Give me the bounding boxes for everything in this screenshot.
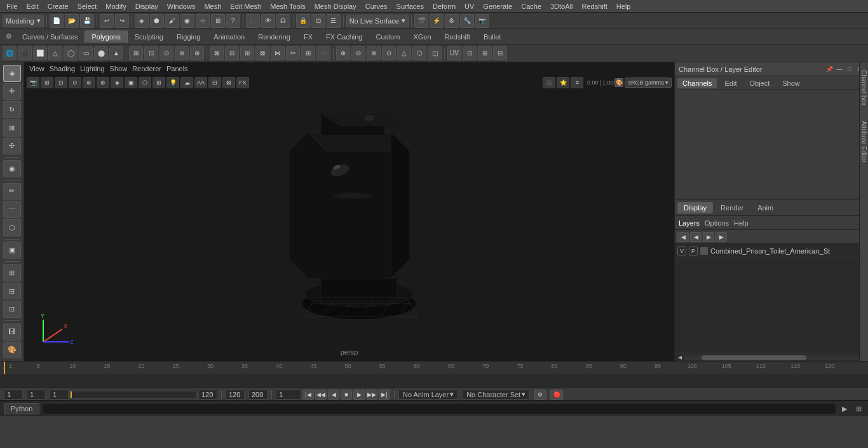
boolean-btn[interactable]: ⊗ <box>367 46 381 60</box>
snap-curve-left-btn[interactable]: ⊟ <box>3 283 21 300</box>
step-fwd-btn[interactable]: ▶▶ <box>366 390 377 400</box>
render-settings-btn[interactable]: 🔧 <box>460 14 474 28</box>
select-tool-left-btn[interactable]: ◈ <box>3 65 21 82</box>
channel-pin-btn[interactable]: 📌 <box>825 65 834 74</box>
universal-manip-btn[interactable]: ✣ <box>3 138 21 155</box>
bridge-btn[interactable]: ⊟ <box>225 46 239 60</box>
play-back-btn[interactable]: ◀ <box>328 390 339 400</box>
python-tab[interactable]: Python <box>4 403 39 414</box>
tab-settings-gear-icon[interactable]: ⚙ <box>3 31 15 43</box>
layer-row-0[interactable]: V P Combined_Prison_Toilet_American_St <box>675 244 868 258</box>
xray-btn[interactable]: ☊ <box>276 14 290 28</box>
bevel-btn[interactable]: ⊠ <box>255 46 269 60</box>
go-end-btn[interactable]: ▶| <box>379 390 390 400</box>
timeline-track[interactable] <box>0 374 868 388</box>
snap-curve-btn[interactable]: ⊞ <box>211 14 225 28</box>
help-btn[interactable]: ? <box>226 14 240 28</box>
vp-grid-btn[interactable]: ⊞ <box>41 77 53 88</box>
menu-deform[interactable]: Deform <box>429 1 459 11</box>
scroll-thumb[interactable] <box>702 355 807 360</box>
isolate-btn[interactable]: 👁 <box>261 14 275 28</box>
char-set-settings-btn[interactable]: ⚙ <box>534 390 546 400</box>
menu-mesh-display[interactable]: Mesh Display <box>311 1 360 11</box>
vp-menu-shading[interactable]: Shading <box>50 65 75 72</box>
tab-xgen[interactable]: XGen <box>407 31 437 43</box>
menu-file[interactable]: File <box>3 1 22 11</box>
vp-point-btn[interactable]: ⊙ <box>69 77 81 88</box>
split-btn[interactable]: ✂ <box>286 46 300 60</box>
ipr-render-btn[interactable]: ⚡ <box>430 14 444 28</box>
tab-polygons[interactable]: Polygons <box>85 31 127 43</box>
triangulate-btn[interactable]: △ <box>397 46 411 60</box>
char-set-selector[interactable]: No Character Set ▾ <box>462 390 530 400</box>
paint-select-btn[interactable]: 🖌 <box>165 14 179 28</box>
vp-fx-btn[interactable]: FX <box>236 77 249 88</box>
lasso-select-btn[interactable]: ⬟ <box>150 14 164 28</box>
layer-playback-toggle[interactable]: P <box>689 247 698 255</box>
quad-draw-btn[interactable]: ⬡ <box>412 46 426 60</box>
autokey-btn[interactable]: 🔴 <box>550 390 563 400</box>
vp-camera-btn[interactable]: 📷 <box>27 77 39 88</box>
ch-vert-attribute-editor[interactable]: Attribute Editor <box>859 113 868 170</box>
script-settings-icon[interactable]: ⊞ <box>853 403 864 414</box>
vp-attr-btn[interactable]: ≡ <box>571 77 583 88</box>
separate-btn[interactable]: ⊖ <box>351 46 365 60</box>
menu-3dtool[interactable]: 3DtoAll <box>546 1 576 11</box>
planar-map-btn[interactable]: ⊡ <box>463 46 477 60</box>
save-scene-btn[interactable]: 💾 <box>80 14 94 28</box>
vp-menu-panels[interactable]: Panels <box>166 65 188 72</box>
anim-layer-selector[interactable]: No Anim Layer ▾ <box>398 390 458 400</box>
sculpt-tool-btn[interactable]: ⋯ <box>3 201 21 218</box>
vp-texture-btn[interactable]: ⊞ <box>153 77 165 88</box>
menu-curves[interactable]: Curves <box>362 1 391 11</box>
undo-btn[interactable]: ↩ <box>100 14 114 28</box>
frame-input-field[interactable]: 1 <box>276 390 301 400</box>
paint-effects-btn[interactable]: ⬡ <box>3 219 21 236</box>
soft-select-btn[interactable]: ◉ <box>180 14 194 28</box>
menu-surfaces[interactable]: Surfaces <box>393 1 428 11</box>
viewport[interactable]: View Shading Lighting Show Renderer Pane… <box>24 62 674 361</box>
range-start-field[interactable]: 1 <box>50 390 69 400</box>
prism-tool-btn[interactable]: ▲ <box>109 46 123 60</box>
gamma-preset-dropdown[interactable]: sRGB gamma ▾ <box>625 78 672 88</box>
hypershade-btn[interactable]: 🎨 <box>3 342 21 359</box>
redo-btn[interactable]: ↪ <box>115 14 129 28</box>
soft-select-left-btn[interactable]: ◉ <box>3 160 21 177</box>
menu-cache[interactable]: Cache <box>517 1 545 11</box>
ch-tab-object[interactable]: Object <box>744 78 775 88</box>
vp-bookmark-btn[interactable]: ⭐ <box>557 77 569 88</box>
vp-aa-btn[interactable]: AA <box>194 77 207 88</box>
vp-selection-btn[interactable]: ⊠ <box>222 77 235 88</box>
vp-isolate-btn[interactable]: ◈ <box>111 77 123 88</box>
auto-map-btn[interactable]: ⊞ <box>478 46 492 60</box>
disp-tab-display[interactable]: Display <box>677 202 713 214</box>
channel-box-toggle-btn[interactable]: ☰ <box>327 14 341 28</box>
render-options-btn[interactable]: ⚙ <box>445 14 459 28</box>
vp-cam-sel-btn[interactable]: 🎥 <box>543 77 555 88</box>
timeline-slider[interactable] <box>70 391 197 398</box>
combine-btn[interactable]: ⊕ <box>336 46 350 60</box>
sphere-tool-btn[interactable]: 🌐 <box>3 46 17 60</box>
layer-visibility-toggle[interactable]: V <box>677 247 686 255</box>
live-surface-dropdown[interactable]: No Live Surface ▾ <box>346 15 409 27</box>
layer-fwd-btn[interactable]: ▶ <box>703 232 714 242</box>
script-input[interactable] <box>42 403 836 414</box>
menu-mesh[interactable]: Mesh <box>200 1 225 11</box>
select-tool-btn[interactable]: ◈ <box>135 14 149 28</box>
cone-tool-btn[interactable]: △ <box>48 46 62 60</box>
menu-edit[interactable]: Edit <box>23 1 43 11</box>
ch-tab-show[interactable]: Show <box>777 78 805 88</box>
open-scene-btn[interactable]: 📂 <box>65 14 79 28</box>
snap-surface-btn[interactable]: ⊹ <box>196 14 210 28</box>
cube-tool-btn[interactable]: ⬛ <box>18 46 32 60</box>
snap-grid-left-btn[interactable]: ⊞ <box>3 264 21 282</box>
layer-back-btn[interactable]: ◀ <box>677 232 689 242</box>
timeline-playhead[interactable] <box>4 362 5 374</box>
menu-select[interactable]: Select <box>74 1 101 11</box>
vp-menu-lighting[interactable]: Lighting <box>80 65 105 72</box>
tab-redshift[interactable]: Redshift <box>438 31 477 43</box>
ch-tab-edit[interactable]: Edit <box>719 78 742 88</box>
menu-help[interactable]: Help <box>613 1 635 11</box>
unwrap-btn[interactable]: ⊟ <box>493 46 507 60</box>
uv-edit-btn[interactable]: UV <box>447 46 461 60</box>
